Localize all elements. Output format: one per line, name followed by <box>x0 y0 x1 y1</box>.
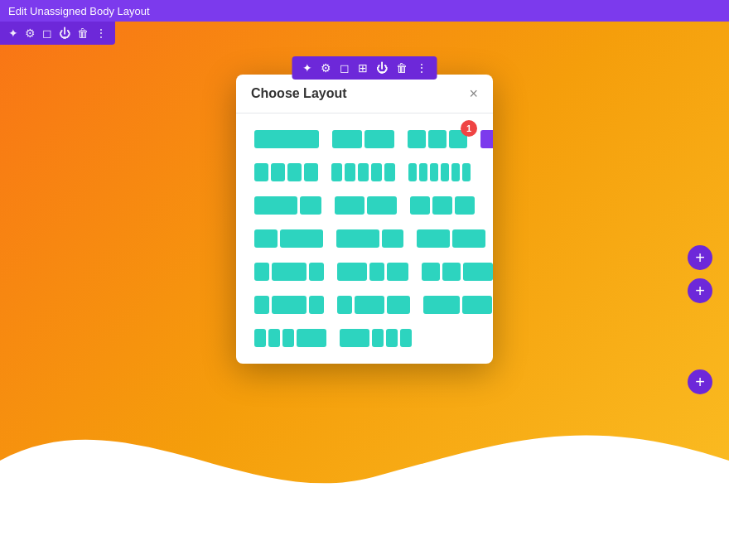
modal-overlay: Choose Layout × 1 <box>0 0 729 560</box>
float-more-icon[interactable]: ⋮ <box>416 61 427 75</box>
float-duplicate-icon[interactable]: ◻ <box>340 61 350 75</box>
layout-4col-purple[interactable] <box>477 127 493 152</box>
layout-3col-equal[interactable] <box>407 193 478 218</box>
layout-row-5 <box>251 259 478 284</box>
layout-4col[interactable] <box>251 160 321 185</box>
layout-3col-thin-wide-thin[interactable] <box>251 259 327 284</box>
layout-row-2 <box>251 160 478 185</box>
layout-2col-wide-narrow[interactable] <box>251 193 325 218</box>
layout-1col[interactable] <box>251 127 322 152</box>
modal-body: 1 <box>236 113 493 364</box>
float-delete-icon[interactable]: 🗑 <box>396 61 408 75</box>
layout-2col-50-25[interactable] <box>333 226 407 251</box>
float-grid-icon[interactable]: ⊞ <box>358 61 368 75</box>
layout-3col-v3[interactable] <box>334 292 413 317</box>
layout-2col-equal[interactable] <box>329 127 398 152</box>
layout-5col[interactable] <box>328 160 398 185</box>
layout-2col-equal-2[interactable] <box>331 193 400 218</box>
layout-4col-v2[interactable] <box>251 326 330 350</box>
layout-2col-narrow-wide[interactable] <box>251 226 326 251</box>
float-settings-icon[interactable]: ⚙ <box>321 61 331 75</box>
modal-title: Choose Layout <box>251 86 347 101</box>
layout-6col[interactable] <box>405 160 474 185</box>
layout-row-3 <box>251 193 478 218</box>
layout-3col-v2[interactable] <box>251 292 327 317</box>
selected-badge: 1 <box>461 120 477 137</box>
layout-row-4 <box>251 226 478 251</box>
layout-3col-mid-thin-wide[interactable] <box>418 259 493 284</box>
float-toolbar: ✦ ⚙ ◻ ⊞ ⏻ 🗑 ⋮ <box>292 56 437 80</box>
layout-3col-selected[interactable]: 1 <box>404 127 471 152</box>
layout-2col-equal-3[interactable] <box>413 226 489 251</box>
layout-row-6 <box>251 292 478 317</box>
choose-layout-modal: Choose Layout × 1 <box>236 75 493 364</box>
layout-3col-wide-thin-mid[interactable] <box>334 259 412 284</box>
layout-row-1: 1 <box>251 127 478 152</box>
layout-2col-wide-narrow-2[interactable] <box>420 292 493 317</box>
layout-4col-v3[interactable] <box>336 326 415 350</box>
modal-header: Choose Layout × <box>236 75 493 113</box>
float-move-icon[interactable]: ✦ <box>302 61 312 75</box>
layout-row-7 <box>251 326 478 350</box>
modal-close-button[interactable]: × <box>469 86 478 101</box>
float-power-icon[interactable]: ⏻ <box>376 61 388 75</box>
